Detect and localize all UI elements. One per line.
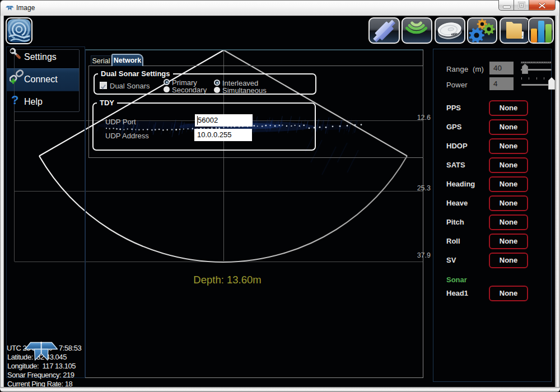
svg-text:?: ? bbox=[11, 93, 18, 107]
svg-text:Depth: 13.60m: Depth: 13.60m bbox=[193, 274, 261, 286]
svg-text:37.9: 37.9 bbox=[417, 251, 431, 259]
svg-text:25.3: 25.3 bbox=[417, 184, 431, 192]
